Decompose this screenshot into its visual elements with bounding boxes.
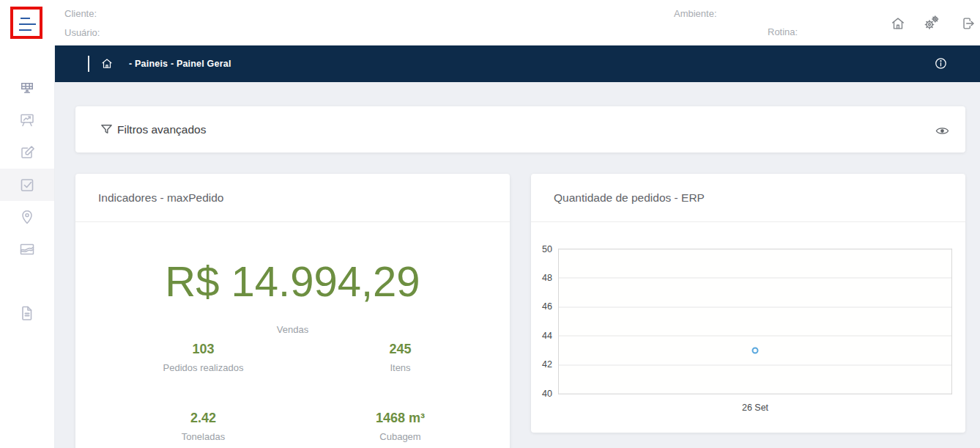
stat-itens: 245 Itens — [302, 342, 499, 373]
stat-label: Itens — [302, 362, 499, 373]
orders-chart-xaxis: 26 Set — [558, 394, 952, 416]
chart-gridline — [559, 364, 951, 365]
settings-gears-icon[interactable] — [923, 14, 940, 32]
sidebar-item-location[interactable] — [0, 201, 54, 233]
chart-xtick-label: 26 Set — [742, 403, 768, 413]
home-icon[interactable] — [100, 57, 114, 70]
checkbox-icon — [18, 176, 36, 194]
stat-label: Toneladas — [105, 431, 302, 442]
stat-pedidos: 103 Pedidos realizados — [105, 342, 302, 373]
map-pin-icon — [18, 208, 36, 226]
info-icon[interactable] — [934, 56, 948, 70]
sidebar-item-charts[interactable] — [0, 233, 54, 265]
top-bar: Cliente: Usuário: Ambiente: Rotina: — [0, 0, 980, 45]
advanced-filters-title: Filtros avançados — [117, 106, 206, 153]
stat-value: 1468 m³ — [302, 411, 499, 426]
logout-icon[interactable] — [960, 15, 976, 32]
chart-ytick-label: 46 — [542, 303, 552, 312]
chart-ytick-label: 44 — [542, 331, 552, 341]
stat-value: 2.42 — [105, 411, 302, 426]
orders-card-title: Quantidade de pedidos - ERP — [531, 174, 965, 222]
filter-funnel-icon — [100, 122, 114, 136]
menu-button[interactable] — [10, 7, 42, 39]
ambiente-label: Ambiente: — [674, 8, 717, 19]
breadcrumb-bar: - Paineis - Painel Geral — [55, 45, 980, 82]
chart-gridline — [559, 278, 951, 279]
sidebar-item-panels[interactable] — [0, 72, 54, 104]
area-chart-icon — [18, 240, 36, 258]
breadcrumb: - Paineis - Painel Geral — [129, 45, 231, 82]
advanced-filters-panel[interactable]: Filtros avançados — [75, 106, 965, 153]
stat-value: 245 — [302, 342, 499, 357]
stat-label: Cubagem — [302, 431, 499, 442]
chart-data-point — [752, 347, 759, 353]
chart-gridline — [559, 306, 951, 307]
menu-icon — [21, 18, 30, 19]
panel-grid-icon — [18, 79, 36, 97]
stat-label: Pedidos realizados — [105, 362, 302, 373]
main-content: Filtros avançados Indicadores - maxPedid… — [55, 82, 980, 448]
breadcrumb-divider — [88, 56, 89, 72]
sidebar-item-presentation[interactable] — [0, 104, 54, 136]
chart-ytick-label: 48 — [542, 273, 552, 283]
stat-cubagem: 1468 m³ Cubagem — [302, 411, 499, 442]
chart-gridline — [559, 249, 951, 250]
usuario-label: Usuário: — [64, 27, 100, 38]
eye-icon[interactable] — [935, 124, 949, 138]
stat-toneladas: 2.42 Toneladas — [105, 411, 302, 442]
chart-gridline — [559, 336, 951, 337]
document-icon — [18, 304, 36, 322]
sidebar-item-documents[interactable] — [0, 297, 54, 329]
chart-ytick-label: 40 — [542, 389, 552, 399]
sidebar-item-tasks[interactable] — [0, 169, 54, 201]
indicators-stats-grid: 103 Pedidos realizados 245 Itens 2.42 To… — [105, 342, 499, 442]
stat-value: 103 — [105, 342, 302, 357]
chart-ytick-label: 50 — [542, 245, 552, 254]
rotina-label: Rotina: — [768, 26, 798, 37]
indicators-card-title: Indicadores - maxPedido — [75, 174, 510, 222]
orders-chart-plot: 404244464850 — [558, 249, 952, 394]
cliente-label: Cliente: — [64, 8, 97, 19]
sales-total-value: R$ 14.994,29 — [75, 260, 510, 303]
sales-total-label: Vendas — [75, 324, 510, 335]
presentation-chart-icon — [18, 111, 36, 129]
sidebar-item-edit[interactable] — [0, 136, 54, 169]
home-icon[interactable] — [890, 15, 906, 32]
chart-ytick-label: 42 — [542, 360, 552, 370]
sidebar — [0, 45, 55, 448]
indicators-card: Indicadores - maxPedido R$ 14.994,29 Ven… — [75, 174, 510, 448]
edit-icon — [18, 144, 36, 161]
orders-chart-card: Quantidade de pedidos - ERP 404244464850… — [531, 174, 965, 433]
